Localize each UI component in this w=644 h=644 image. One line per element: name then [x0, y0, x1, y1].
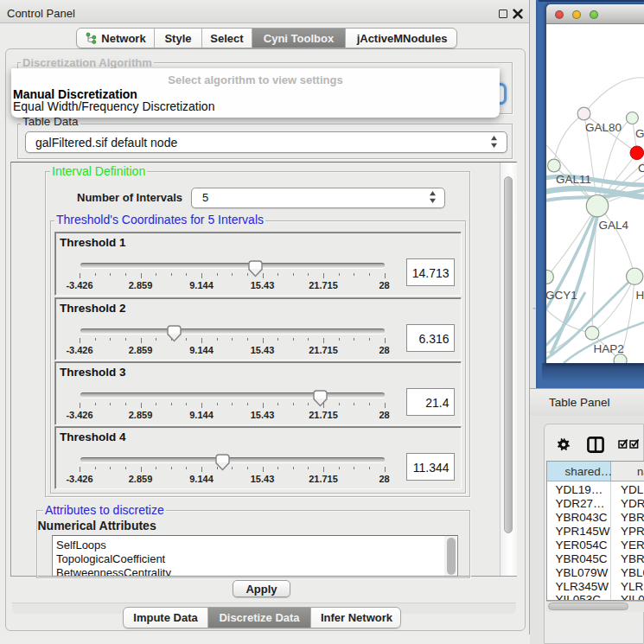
svg-text:GAL11: GAL11	[556, 173, 591, 186]
svg-text:GCY1: GCY1	[546, 289, 577, 302]
svg-text:HA: HA	[636, 289, 644, 302]
svg-text:CB: CB	[638, 162, 644, 175]
svg-text:GAL80: GAL80	[585, 121, 622, 134]
svg-text:GAL4: GAL4	[599, 219, 629, 232]
svg-text:HAP2: HAP2	[594, 342, 624, 355]
svg-text:GA: GA	[635, 127, 644, 140]
